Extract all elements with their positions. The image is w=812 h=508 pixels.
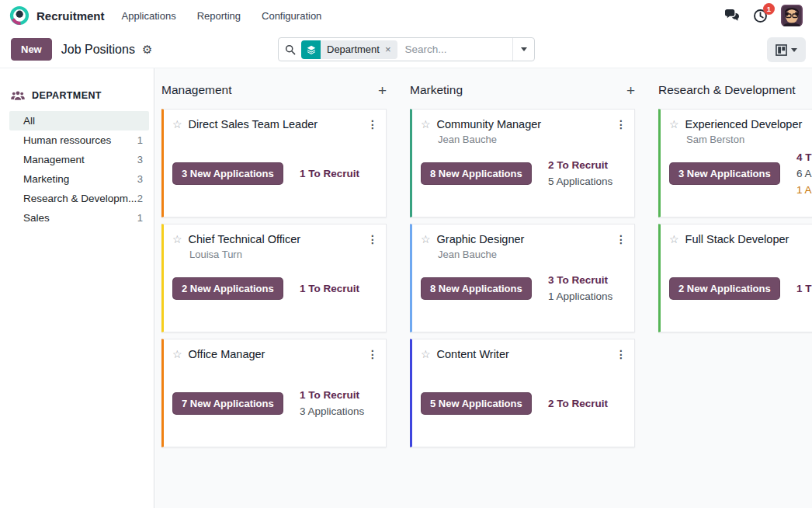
sidebar-item-research-development[interactable]: Research & Developm... 2 bbox=[9, 189, 149, 208]
chat-bubbles-icon bbox=[724, 9, 740, 23]
sidebar-item-label: Sales bbox=[23, 212, 50, 224]
applications-stat[interactable]: 3 Applications bbox=[300, 403, 380, 419]
job-card-office-manager[interactable]: ☆ Office Manager ⋮ 7 New Applications 1 … bbox=[161, 339, 387, 447]
sidebar-item-count: 3 bbox=[137, 173, 143, 185]
applications-stat[interactable]: 6 A bbox=[796, 165, 812, 182]
warning-stat[interactable]: 1 A bbox=[796, 182, 812, 198]
gear-icon[interactable]: ⚙ bbox=[142, 43, 152, 57]
to-recruit-stat[interactable]: 4 T bbox=[796, 149, 812, 165]
sidebar-item-all[interactable]: All bbox=[9, 111, 149, 130]
main-menu: Applications Reporting Configuration bbox=[122, 10, 322, 22]
recruitment-app-window: Recruitment Applications Reporting Confi… bbox=[0, 0, 812, 508]
job-title[interactable]: Full Stack Developer bbox=[685, 232, 789, 247]
to-recruit-stat[interactable]: 2 To Recruit bbox=[548, 157, 629, 173]
kebab-menu-icon[interactable]: ⋮ bbox=[367, 232, 378, 247]
job-card-direct-sales-team-leader[interactable]: ☆ Direct Sales Team Leader ⋮ 3 New Appli… bbox=[161, 109, 387, 217]
job-title[interactable]: Graphic Designer bbox=[437, 232, 525, 247]
favorite-star-icon[interactable]: ☆ bbox=[669, 117, 679, 132]
favorite-star-icon[interactable]: ☆ bbox=[421, 117, 431, 132]
kanban-view-icon bbox=[776, 44, 787, 56]
search-dropdown-toggle[interactable] bbox=[512, 38, 534, 61]
favorite-star-icon[interactable]: ☆ bbox=[172, 117, 182, 132]
activities-button[interactable]: 1 bbox=[753, 9, 768, 23]
card-stats: 2 To Recruit bbox=[548, 395, 629, 412]
job-card-graphic-designer[interactable]: ☆ Graphic Designer ⋮ Jean Bauche 8 New A… bbox=[410, 224, 635, 332]
kebab-menu-icon[interactable]: ⋮ bbox=[616, 347, 626, 362]
sidebar-item-marketing[interactable]: Marketing 3 bbox=[9, 169, 149, 189]
to-recruit-stat[interactable]: 3 To Recruit bbox=[548, 272, 629, 288]
job-card-community-manager[interactable]: ☆ Community Manager ⋮ Jean Bauche 8 New … bbox=[410, 109, 635, 217]
group-by-layers-icon bbox=[301, 40, 321, 59]
facet-label: Department bbox=[327, 43, 380, 55]
to-recruit-stat[interactable]: 1 To Recruit bbox=[300, 387, 380, 403]
new-applications-button[interactable]: 5 New Applications bbox=[421, 392, 532, 415]
menu-reporting[interactable]: Reporting bbox=[197, 10, 241, 22]
sidebar-item-label: Research & Developm... bbox=[23, 193, 137, 204]
job-card-content-writer[interactable]: ☆ Content Writer ⋮ 5 New Applications 2 … bbox=[410, 339, 635, 447]
people-group-icon bbox=[11, 90, 25, 101]
to-recruit-stat[interactable]: 1 To Recruit bbox=[300, 280, 380, 297]
new-applications-button[interactable]: 3 New Applications bbox=[669, 162, 780, 185]
favorite-star-icon[interactable]: ☆ bbox=[421, 232, 431, 247]
sidebar-item-management[interactable]: Management 3 bbox=[9, 150, 149, 169]
kebab-menu-icon[interactable]: ⋮ bbox=[616, 232, 626, 247]
job-title[interactable]: Direct Sales Team Leader bbox=[189, 117, 318, 132]
applications-stat[interactable]: 5 Applications bbox=[548, 173, 629, 190]
user-avatar[interactable] bbox=[781, 5, 803, 26]
job-title[interactable]: Content Writer bbox=[437, 347, 509, 362]
add-record-icon[interactable]: + bbox=[626, 83, 635, 98]
sidebar-filter-panel: DEPARTMENT All Human ressources 1 Manage… bbox=[0, 68, 154, 508]
applications-stat[interactable]: 1 Applications bbox=[548, 288, 629, 304]
caret-down-icon bbox=[791, 48, 797, 52]
new-applications-button[interactable]: 2 New Applications bbox=[172, 277, 283, 300]
kanban-column-management: Management + ☆ Direct Sales Team Leader … bbox=[155, 78, 404, 447]
sidebar-item-count: 1 bbox=[137, 134, 143, 146]
remove-facet-icon[interactable]: × bbox=[385, 43, 391, 55]
sidebar-item-human-ressources[interactable]: Human ressources 1 bbox=[9, 130, 149, 150]
kebab-menu-icon[interactable]: ⋮ bbox=[367, 117, 378, 132]
new-applications-button[interactable]: 8 New Applications bbox=[421, 277, 532, 300]
job-title[interactable]: Experienced Developer bbox=[685, 117, 803, 132]
app-brand[interactable]: Recruitment bbox=[9, 5, 105, 26]
new-applications-button[interactable]: 8 New Applications bbox=[421, 162, 532, 185]
job-card-chief-technical-officer[interactable]: ☆ Chief Technical Officer ⋮ Louisa Turn … bbox=[161, 224, 387, 332]
favorite-star-icon[interactable]: ☆ bbox=[669, 232, 679, 247]
messages-button[interactable] bbox=[724, 9, 740, 23]
to-recruit-stat[interactable]: 1 T bbox=[796, 280, 812, 297]
to-recruit-stat[interactable]: 2 To Recruit bbox=[548, 395, 629, 412]
favorite-star-icon[interactable]: ☆ bbox=[172, 347, 182, 362]
menu-applications[interactable]: Applications bbox=[122, 10, 176, 22]
app-name[interactable]: Recruitment bbox=[36, 9, 105, 23]
sidebar-item-count: 2 bbox=[137, 193, 143, 204]
search-facet-department[interactable]: Department × bbox=[301, 40, 397, 59]
kanban-column-research-development: Research & Development + ☆ Experienced D… bbox=[652, 78, 812, 447]
sidebar-section-title: DEPARTMENT bbox=[32, 90, 102, 101]
kebab-menu-icon[interactable]: ⋮ bbox=[616, 117, 626, 132]
job-title[interactable]: Chief Technical Officer bbox=[189, 232, 301, 247]
search-placeholder[interactable]: Search... bbox=[405, 43, 447, 55]
favorite-star-icon[interactable]: ☆ bbox=[421, 347, 431, 362]
add-record-icon[interactable]: + bbox=[378, 83, 387, 98]
job-card-full-stack-developer[interactable]: ☆ Full Stack Developer ⋮ 2 New Applicati… bbox=[658, 224, 812, 332]
card-stats: 2 To Recruit 5 Applications bbox=[548, 157, 629, 190]
new-applications-button[interactable]: 3 New Applications bbox=[172, 162, 283, 185]
kebab-menu-icon[interactable]: ⋮ bbox=[367, 347, 378, 362]
search-bar[interactable]: Department × Search... bbox=[278, 37, 535, 61]
view-switcher-button[interactable] bbox=[767, 37, 806, 62]
favorite-star-icon[interactable]: ☆ bbox=[172, 232, 182, 247]
new-applications-button[interactable]: 7 New Applications bbox=[172, 392, 283, 415]
menu-configuration[interactable]: Configuration bbox=[262, 10, 321, 22]
card-stats: 1 To Recruit 3 Applications bbox=[300, 387, 380, 419]
job-title[interactable]: Office Manager bbox=[189, 347, 265, 362]
avatar-image bbox=[781, 5, 803, 26]
sidebar-item-label: Human ressources bbox=[23, 134, 111, 146]
job-card-experienced-developer[interactable]: ☆ Experienced Developer ⋮ Sam Berston 3 … bbox=[658, 109, 812, 217]
column-title: Marketing bbox=[410, 83, 463, 97]
new-button[interactable]: New bbox=[11, 38, 52, 61]
job-title[interactable]: Community Manager bbox=[437, 117, 542, 132]
notification-badge: 1 bbox=[763, 3, 775, 15]
card-stats: 4 T 6 A 1 A bbox=[796, 149, 812, 198]
sidebar-item-sales[interactable]: Sales 1 bbox=[9, 208, 149, 228]
new-applications-button[interactable]: 2 New Applications bbox=[669, 277, 780, 300]
to-recruit-stat[interactable]: 1 To Recruit bbox=[300, 165, 380, 182]
